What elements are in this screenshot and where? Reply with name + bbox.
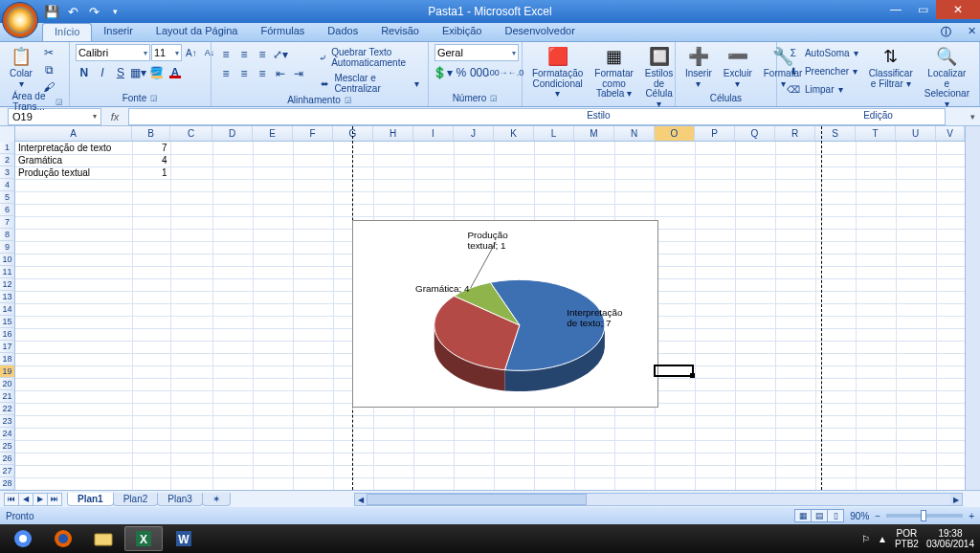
accounting-format-icon[interactable]: 💲▾	[434, 64, 452, 80]
row-header-19[interactable]: 19	[0, 365, 15, 378]
col-header-V[interactable]: V	[936, 126, 965, 141]
save-icon[interactable]: 💾	[44, 4, 59, 19]
maximize-button[interactable]: ▭	[909, 0, 936, 19]
col-header-H[interactable]: H	[373, 126, 413, 141]
align-bottom-icon[interactable]: ≡	[254, 46, 271, 62]
row-header-26[interactable]: 26	[0, 453, 15, 465]
row-header-25[interactable]: 25	[0, 440, 15, 453]
qat-more-icon[interactable]: ▾	[107, 4, 122, 19]
row-header-17[interactable]: 17	[0, 341, 15, 353]
sheet-tab-plan2[interactable]: Plan2	[113, 493, 159, 506]
col-header-B[interactable]: B	[132, 126, 170, 141]
increase-decimal-icon[interactable]: .00→	[489, 64, 506, 80]
row-header-16[interactable]: 16	[0, 328, 15, 341]
col-header-U[interactable]: U	[896, 126, 936, 141]
sort-filter-button[interactable]: ⇅Classificar e Filtrar ▾	[865, 44, 917, 90]
cut-icon[interactable]: ✂	[40, 44, 57, 60]
align-left-icon[interactable]: ≡	[217, 65, 234, 81]
font-color-icon[interactable]: A	[167, 64, 184, 80]
taskbar-chrome[interactable]	[4, 526, 42, 551]
font-name-combo[interactable]: Calibri▾	[76, 44, 150, 61]
zoom-slider[interactable]	[886, 514, 963, 518]
row-header-3[interactable]: 3	[0, 166, 15, 179]
col-header-I[interactable]: I	[413, 126, 454, 141]
italic-icon[interactable]: I	[94, 64, 111, 80]
font-size-combo[interactable]: 11▾	[151, 44, 182, 61]
col-header-E[interactable]: E	[253, 126, 293, 141]
row-header-12[interactable]: 12	[0, 278, 15, 291]
row-header-6[interactable]: 6	[0, 204, 15, 216]
col-header-L[interactable]: L	[534, 126, 574, 141]
tab-exibicao[interactable]: Exibição	[431, 23, 494, 41]
row-header-24[interactable]: 24	[0, 428, 15, 440]
border-icon[interactable]: ▦▾	[130, 64, 147, 80]
tray-language[interactable]: PORPTB2	[895, 528, 919, 549]
dialog-launcher-icon[interactable]: ◲	[490, 94, 498, 102]
col-header-C[interactable]: C	[170, 126, 212, 141]
decrease-indent-icon[interactable]: ⇤	[272, 65, 289, 81]
col-header-O[interactable]: O	[655, 126, 695, 141]
sheet-tab-plan3[interactable]: Plan3	[157, 493, 203, 506]
pie-chart[interactable]: Interpretaçãode texto; 7Gramática; 4Prod…	[352, 220, 658, 408]
fx-icon[interactable]: fx	[107, 111, 122, 122]
col-header-N[interactable]: N	[614, 126, 655, 141]
row-header-1[interactable]: 1	[0, 142, 15, 154]
sheet-nav-prev-icon[interactable]: ◀	[18, 493, 33, 506]
dialog-launcher-icon[interactable]: ◲	[56, 98, 63, 106]
bold-icon[interactable]: N	[76, 64, 93, 80]
paste-button[interactable]: 📋 Colar▾	[6, 44, 36, 90]
taskbar-word[interactable]: W	[165, 526, 203, 551]
row-header-18[interactable]: 18	[0, 353, 15, 365]
merge-center-button[interactable]: ⬌Mesclar e Centralizar ▾	[315, 72, 422, 95]
col-header-T[interactable]: T	[856, 126, 896, 141]
minimize-button[interactable]: —	[882, 0, 909, 19]
view-pagebreak-icon[interactable]: ▯	[827, 509, 844, 522]
row-header-5[interactable]: 5	[0, 191, 15, 204]
format-table-button[interactable]: ▦Formatar como Tabela ▾	[590, 44, 637, 100]
view-normal-icon[interactable]: ▦	[794, 509, 812, 522]
sheet-nav-next-icon[interactable]: ▶	[33, 493, 48, 506]
tab-inserir[interactable]: Inserir	[92, 23, 145, 41]
sheet-nav-last-icon[interactable]: ⏭	[47, 493, 62, 506]
row-header-9[interactable]: 9	[0, 241, 15, 254]
select-all-corner[interactable]	[0, 126, 15, 142]
col-header-R[interactable]: R	[775, 126, 815, 141]
orientation-icon[interactable]: ⤢▾	[272, 46, 289, 62]
sheet-tab-plan1[interactable]: Plan1	[67, 493, 114, 506]
fill-color-icon[interactable]: 🪣	[148, 64, 166, 80]
scroll-right-icon[interactable]: ▶	[950, 494, 962, 505]
col-header-P[interactable]: P	[695, 126, 735, 141]
taskbar-excel[interactable]: X	[124, 526, 163, 551]
col-header-M[interactable]: M	[574, 126, 614, 141]
zoom-in-icon[interactable]: +	[969, 511, 974, 521]
row-header-4[interactable]: 4	[0, 179, 15, 191]
row-header-7[interactable]: 7	[0, 216, 15, 229]
row-header-14[interactable]: 14	[0, 303, 15, 316]
row-header-21[interactable]: 21	[0, 390, 15, 403]
col-header-D[interactable]: D	[212, 126, 253, 141]
horizontal-scrollbar[interactable]: ◀ ▶	[354, 493, 963, 506]
delete-cells-button[interactable]: ➖Excluir▾	[720, 44, 756, 90]
zoom-out-icon[interactable]: −	[875, 511, 880, 521]
col-header-A[interactable]: A	[15, 126, 132, 141]
conditional-format-button[interactable]: 🟥Formatação Condicional ▾	[528, 44, 587, 100]
row-header-28[interactable]: 28	[0, 477, 15, 490]
tab-dados[interactable]: Dados	[316, 23, 369, 41]
insert-cells-button[interactable]: ➕Inserir▾	[681, 44, 716, 90]
taskbar-firefox[interactable]	[44, 526, 82, 551]
number-format-combo[interactable]: Geral▾	[434, 44, 519, 61]
undo-icon[interactable]: ↶	[65, 4, 80, 19]
row-header-27[interactable]: 27	[0, 465, 15, 477]
underline-icon[interactable]: S	[112, 64, 129, 80]
col-header-G[interactable]: G	[333, 126, 373, 141]
increase-indent-icon[interactable]: ⇥	[290, 65, 307, 81]
new-sheet-icon[interactable]: ✶	[202, 493, 231, 506]
tab-inicio[interactable]: Início	[42, 23, 92, 41]
row-header-22[interactable]: 22	[0, 403, 15, 415]
col-header-F[interactable]: F	[293, 126, 333, 141]
clear-button[interactable]: ⌫Limpar ▾	[783, 80, 861, 98]
tab-formulas[interactable]: Fórmulas	[250, 23, 317, 41]
view-layout-icon[interactable]: ▤	[811, 509, 828, 522]
col-header-K[interactable]: K	[494, 126, 534, 141]
align-middle-icon[interactable]: ≡	[235, 46, 253, 62]
